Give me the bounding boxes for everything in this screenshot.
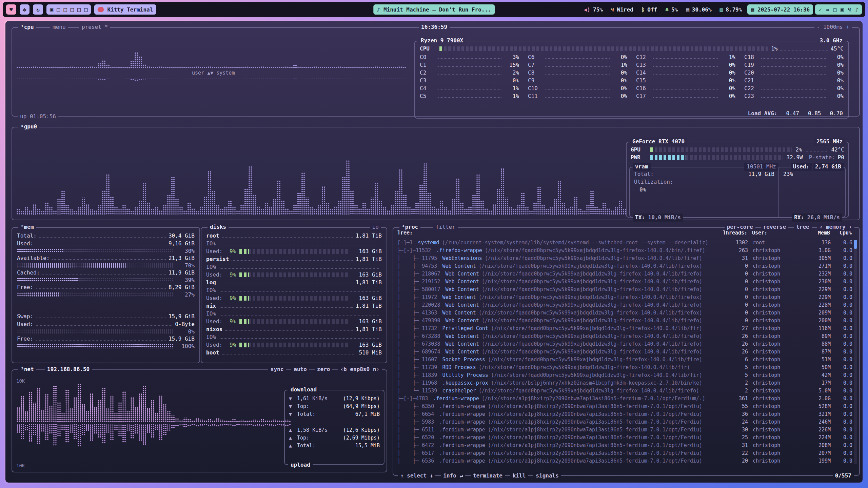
gpu-panel-title[interactable]: ⁵gpu0 bbox=[18, 123, 39, 131]
core-grid: C0 3% C1 15% C2 bbox=[420, 53, 844, 100]
download-graph bbox=[16, 379, 291, 422]
workspace-icon[interactable]: □ bbox=[57, 6, 60, 13]
process-row[interactable]: │ ├─ 94753 Web Content (/nix/store/fqadd… bbox=[395, 262, 852, 270]
workspace-icon[interactable]: ▣ bbox=[50, 6, 53, 13]
process-row[interactable]: │ ├─ 218067 Web Content (/nix/store/fqad… bbox=[395, 270, 852, 278]
clock-module[interactable]: ▦ 2025-07-22 16:36 bbox=[747, 4, 813, 15]
reload-button[interactable]: ↻ bbox=[33, 4, 43, 15]
process-row[interactable]: │ ├─ 6511 .ferdium-wrappe (/nix/store/a1… bbox=[395, 426, 852, 433]
tray-icon[interactable]: ↯ bbox=[848, 6, 851, 13]
tree-toggle[interactable]: tree bbox=[794, 223, 812, 231]
memory-meter: 30% bbox=[17, 247, 195, 254]
filter-button[interactable]: filter bbox=[433, 223, 458, 231]
process-row[interactable]: │ ├─ 6654 .ferdium-wrappe (/nix/store/a1… bbox=[395, 410, 852, 418]
process-row[interactable]: │ ├─ 580017 Web Content (/nix/store/fqad… bbox=[395, 285, 852, 293]
tray-icon[interactable]: ▣ bbox=[841, 6, 844, 13]
per-core-toggle[interactable]: per-core bbox=[725, 223, 755, 231]
scrollbar-thumb[interactable] bbox=[854, 240, 857, 249]
memory-meter: 0% bbox=[17, 328, 195, 335]
sort-column-selector[interactable]: ‹ memory › bbox=[817, 223, 854, 231]
vram-freq: 10501 MHz bbox=[744, 163, 778, 171]
process-row[interactable]: │ ├─ 689674 Web Content (/nix/store/fqad… bbox=[395, 348, 852, 355]
process-row[interactable]: │ ├─ 11968 .keepassxc-prox (/nix/store/b… bbox=[395, 379, 852, 387]
process-row[interactable]: ├─[-]─11532 .firefox-wrappe (/nix/store/… bbox=[395, 246, 852, 254]
launcher-button[interactable]: ♥ bbox=[6, 4, 16, 15]
workspace-icon[interactable]: □ bbox=[63, 6, 67, 13]
reverse-toggle[interactable]: reverse bbox=[761, 223, 788, 231]
process-row[interactable]: │ ├─ 6350 .ferdium-wrappe (/nix/store/a1… bbox=[395, 402, 852, 410]
process-row[interactable]: │ ├─ 6520 .ferdium-wrappe (/nix/store/a1… bbox=[395, 433, 852, 441]
menu-button[interactable]: menu bbox=[50, 23, 68, 31]
tray-icon[interactable]: ✓ bbox=[818, 6, 822, 13]
memory-meter: 39% bbox=[17, 277, 195, 283]
vram-utilization: 0% bbox=[639, 186, 646, 193]
info-button[interactable]: info ↵ bbox=[441, 472, 465, 480]
process-row[interactable]: │ ├─ 11739 RDD Process (/nix/store/fqadd… bbox=[395, 363, 852, 371]
kill-button[interactable]: kill bbox=[510, 472, 528, 480]
process-panel-title[interactable]: ⁴proc bbox=[399, 223, 420, 231]
disk-entry: boot 510 MiB bbox=[206, 349, 382, 357]
process-row[interactable]: │ ├─ 219152 Web Content (/nix/store/fqad… bbox=[395, 278, 852, 285]
process-row[interactable]: │ ├─ 6472 .ferdium-wrappe (/nix/store/a1… bbox=[395, 441, 852, 449]
cpu-panel-title[interactable]: ¹cpu bbox=[18, 23, 36, 31]
process-row[interactable]: │ ├─ 220028 Web Content (/nix/store/fqad… bbox=[395, 301, 852, 309]
disks-panel-title[interactable]: disks bbox=[208, 223, 229, 231]
terminate-button[interactable]: terminate bbox=[471, 472, 505, 480]
process-row[interactable]: │ ├─ 11972 Web Content (/nix/store/fqadd… bbox=[395, 293, 852, 301]
interface-switcher[interactable]: ‹b enp8s0 n› bbox=[338, 365, 382, 373]
download-title: download bbox=[288, 386, 319, 394]
workspace-icon[interactable]: □ bbox=[84, 6, 87, 13]
tray-icon[interactable]: ≈ bbox=[826, 6, 829, 13]
nixos-button[interactable]: ✻ bbox=[20, 4, 30, 15]
active-window-button[interactable]: Kitty Terminal bbox=[94, 4, 156, 15]
process-row[interactable]: │ ├─ 41363 Web Content (/nix/store/fqadd… bbox=[395, 309, 852, 317]
module-icon: ♣ bbox=[665, 6, 669, 13]
status-module[interactable]: ◀) 75% bbox=[580, 4, 606, 15]
preset-button[interactable]: preset * bbox=[79, 23, 110, 31]
status-module[interactable]: ▤ 30.06% bbox=[683, 4, 715, 15]
system-tray: ✓ ≈ □ ▣ ↯ ♪ bbox=[815, 4, 862, 15]
workspace-icon[interactable]: □ bbox=[77, 6, 81, 13]
status-module[interactable]: ↯ Wired bbox=[608, 4, 637, 15]
media-module[interactable]: ♪ Minuit Machine – Don't Run Fro... bbox=[373, 4, 495, 15]
zero-toggle[interactable]: zero bbox=[315, 365, 333, 373]
status-module[interactable]: ▥ 8.79% bbox=[716, 4, 746, 15]
ip-address: 192.168.86.50 bbox=[45, 365, 92, 373]
signals-button[interactable]: signals bbox=[533, 472, 561, 480]
core-row: C23 0% bbox=[744, 92, 844, 100]
network-panel: ³net 192.168.86.50 sync auto zero ‹b enp… bbox=[12, 369, 387, 472]
select-keys[interactable]: ↑ select ↓ bbox=[398, 472, 435, 480]
process-row[interactable]: │ ├─ 11732 Privileged Cont (/nix/store/f… bbox=[395, 324, 852, 332]
process-row[interactable]: │ ├─ 673038 Web Content (/nix/store/fqad… bbox=[395, 340, 852, 348]
selection-counter: 0/557 bbox=[833, 472, 854, 480]
memory-panel-title[interactable]: ²mem bbox=[18, 223, 36, 231]
process-row[interactable]: [-]─1 systemd (/run/current-system/syste… bbox=[395, 239, 852, 246]
core-row: C8 0% bbox=[528, 69, 627, 77]
process-row[interactable]: │ ├─ 479390 Web Content (/nix/store/fqad… bbox=[395, 317, 852, 324]
io-mode-toggle[interactable]: io bbox=[370, 223, 381, 231]
topbar-right: ◀) 75% ↯ Wired ᛒ Off ♣ bbox=[580, 4, 862, 15]
core-row: C13 0% bbox=[636, 61, 735, 69]
process-row[interactable]: │ └─ 11539 crashhelper (/nix/store/fqadd… bbox=[395, 387, 852, 394]
status-module[interactable]: ♣ 5% bbox=[662, 4, 681, 15]
process-row[interactable]: │ ├─ 6536 .ferdium-wrappe (/nix/store/a1… bbox=[395, 457, 852, 465]
vram-used-title: Used: bbox=[791, 163, 812, 171]
status-module[interactable]: ᛒ Off bbox=[638, 4, 661, 15]
process-row[interactable]: │ ├─ 11795 WebExtensions (/nix/store/fqa… bbox=[395, 254, 852, 262]
process-row[interactable]: │ ├─ 6517 .ferdium-wrappe (/nix/store/a1… bbox=[395, 449, 852, 457]
tray-icon[interactable]: □ bbox=[833, 6, 836, 13]
workspace-icon[interactable]: □ bbox=[71, 6, 74, 13]
network-panel-title[interactable]: ³net bbox=[18, 365, 36, 373]
process-row[interactable]: │ ├─ 11839 Utility Process (/nix/store/f… bbox=[395, 371, 852, 379]
sync-toggle[interactable]: sync bbox=[268, 365, 286, 373]
process-row[interactable]: │ ├─ 673288 Web Content (/nix/store/fqad… bbox=[395, 332, 852, 340]
process-row[interactable]: │ ├─ 11607 Socket Process (/nix/store/fq… bbox=[395, 355, 852, 363]
tray-icon[interactable]: ♪ bbox=[855, 6, 859, 13]
core-row: C0 3% bbox=[420, 53, 519, 61]
disk-entry: log 1,81 TiB IO% Used: 9% bbox=[206, 279, 382, 302]
process-row[interactable]: │ ├─ 5983 .ferdium-wrappe (/nix/store/a1… bbox=[395, 418, 852, 426]
process-row[interactable]: ├─[-]─4783 .ferdium-wrappe (/nix/store/a… bbox=[395, 394, 852, 402]
process-scrollbar[interactable] bbox=[854, 240, 857, 464]
update-interval-control[interactable]: - 1000ms + bbox=[814, 23, 852, 31]
auto-toggle[interactable]: auto bbox=[291, 365, 309, 373]
